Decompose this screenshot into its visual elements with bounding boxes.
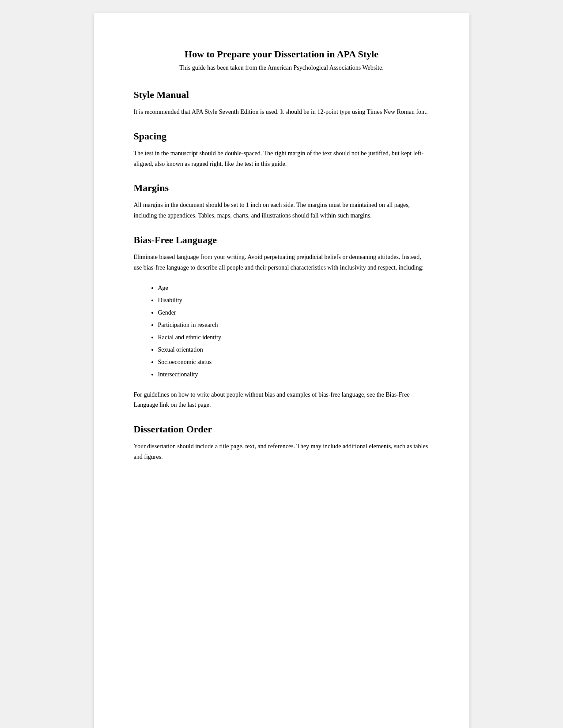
list-item: Participation in research bbox=[158, 319, 430, 331]
document-page: How to Prepare your Dissertation in APA … bbox=[94, 13, 469, 728]
page-subtitle: This guide has been taken from the Ameri… bbox=[134, 64, 430, 71]
section-heading-bias-free: Bias-Free Language bbox=[134, 234, 430, 246]
section-body-spacing: The test in the manuscript should be dou… bbox=[134, 148, 430, 169]
section-heading-margins: Margins bbox=[134, 182, 430, 194]
list-item: Racial and ethnic identity bbox=[158, 331, 430, 344]
list-item: Gender bbox=[158, 307, 430, 319]
list-item: Disability bbox=[158, 294, 430, 307]
list-item: Socioeconomic status bbox=[158, 356, 430, 368]
list-item: Sexual orientation bbox=[158, 344, 430, 356]
section-body-dissertation-order: Your dissertation should include a title… bbox=[134, 441, 430, 462]
section-body-bias-intro: Eliminate biased language from your writ… bbox=[134, 252, 430, 273]
list-item: Age bbox=[158, 282, 430, 294]
section-body-bias-outro: For guidelines on how to write about peo… bbox=[134, 390, 430, 411]
list-item: Intersectionality bbox=[158, 368, 430, 381]
section-body-margins: All margins in the document should be se… bbox=[134, 200, 430, 221]
section-body-style-manual: It is recommended that APA Style Seventh… bbox=[134, 107, 430, 117]
page-title: How to Prepare your Dissertation in APA … bbox=[134, 49, 430, 60]
section-heading-dissertation-order: Dissertation Order bbox=[134, 424, 430, 435]
section-heading-spacing: Spacing bbox=[134, 131, 430, 142]
bias-free-list: AgeDisabilityGenderParticipation in rese… bbox=[158, 282, 430, 381]
section-heading-style-manual: Style Manual bbox=[134, 89, 430, 101]
